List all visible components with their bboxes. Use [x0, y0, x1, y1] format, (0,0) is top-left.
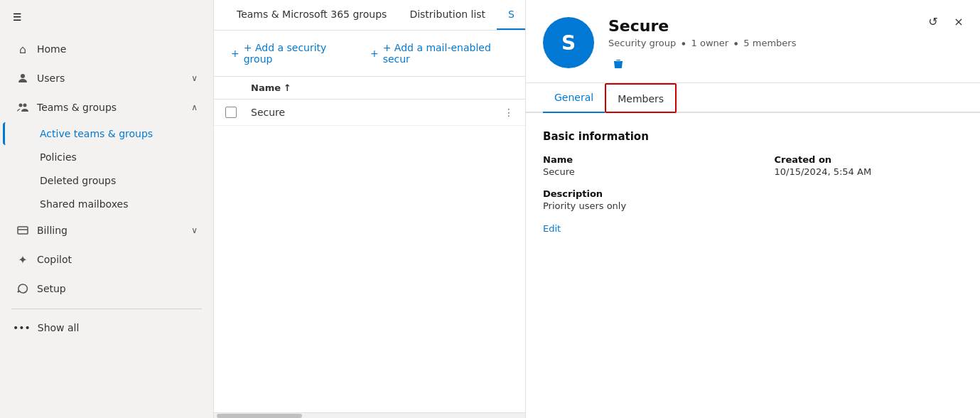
sidebar-item-teams-groups[interactable]: Teams & groups ∧	[3, 93, 210, 122]
dot-separator-2: ●	[734, 41, 738, 45]
delete-button[interactable]	[608, 54, 628, 74]
row-more-options[interactable]: ⋮	[504, 107, 514, 118]
sidebar-subitem-label-policies: Policies	[40, 151, 77, 163]
sidebar-item-home[interactable]: ⌂ Home	[3, 35, 210, 63]
add-security-label: + Add a security group	[244, 42, 348, 65]
detail-panel: ↺ × S Secure Security group ● 1 owner ● …	[525, 0, 980, 418]
detail-subtitle: Security group ● 1 owner ● 5 members	[608, 38, 963, 48]
created-on-value: 10/15/2024, 5:54 AM	[775, 166, 964, 177]
sidebar-subitem-label-active-teams: Active teams & groups	[40, 128, 153, 139]
row-name-secure: Secure	[251, 107, 504, 118]
refresh-icon: ↺	[928, 15, 937, 28]
svg-rect-3	[18, 227, 28, 234]
table-header: Name ↑	[214, 77, 525, 100]
add-mail-label: + Add a mail-enabled secur	[383, 42, 508, 65]
sidebar-item-label-home: Home	[37, 43, 198, 55]
table-area: Secure ⋮	[214, 100, 525, 412]
detail-right-col: Created on 10/15/2024, 5:54 AM	[775, 154, 964, 234]
section-title: Basic information	[543, 130, 963, 143]
edit-link[interactable]: Edit	[543, 223, 561, 234]
user-icon	[16, 71, 30, 85]
sidebar-item-label-setup: Setup	[37, 283, 198, 294]
hamburger-icon: ☰	[13, 11, 22, 23]
sidebar-show-all[interactable]: ••• Show all	[0, 315, 213, 341]
tab-distribution-list[interactable]: Distribution list	[398, 0, 497, 30]
sidebar-subitem-label-shared-mailboxes: Shared mailboxes	[40, 198, 129, 210]
panel-controls: ↺ ×	[923, 11, 969, 31]
dot-separator-1: ●	[682, 41, 685, 45]
teams-icon	[16, 100, 30, 114]
setup-icon	[16, 282, 30, 296]
detail-header: S Secure Security group ● 1 owner ● 5 me…	[526, 0, 980, 83]
table-row[interactable]: Secure ⋮	[214, 100, 525, 126]
created-on-label: Created on	[775, 154, 964, 165]
billing-chevron-icon: ∨	[191, 225, 198, 235]
chevron-up-icon: ∧	[191, 102, 198, 112]
description-field-label: Description	[543, 188, 732, 199]
detail-info: Secure Security group ● 1 owner ● 5 memb…	[608, 17, 963, 74]
show-all-dots-icon: •••	[13, 322, 31, 333]
description-field-value: Priority users only	[543, 200, 732, 211]
row-checkbox[interactable]	[225, 107, 237, 118]
add-mail-icon: +	[370, 48, 379, 59]
sidebar-item-label-copilot: Copilot	[37, 254, 198, 265]
detail-left-col: Name Secure Description Priority users o…	[543, 154, 732, 234]
subtitle-type: Security group	[608, 38, 676, 48]
billing-icon	[16, 223, 30, 237]
tab-bar: Teams & Microsoft 365 groups Distributio…	[214, 0, 525, 31]
detail-columns: Name Secure Description Priority users o…	[543, 154, 963, 234]
col-name-label: Name	[251, 82, 281, 93]
horizontal-scrollbar[interactable]	[214, 412, 525, 418]
sidebar-subitem-shared-mailboxes[interactable]: Shared mailboxes	[3, 193, 210, 215]
sidebar: ☰ ⌂ Home Users ∨ Teams & groups ∧ Active…	[0, 0, 214, 418]
close-button[interactable]: ×	[949, 11, 969, 31]
detail-actions	[608, 54, 963, 74]
svg-point-1	[19, 104, 23, 107]
detail-body: Basic information Name Secure Descriptio…	[526, 113, 980, 418]
sidebar-divider	[11, 309, 202, 309]
row-checkbox-col	[225, 107, 251, 118]
sidebar-item-users[interactable]: Users ∨	[3, 64, 210, 92]
hamburger-menu[interactable]: ☰	[0, 0, 213, 34]
sidebar-item-label-users: Users	[37, 73, 184, 84]
tab-security[interactable]: S	[497, 0, 525, 30]
sidebar-item-label-billing: Billing	[37, 225, 184, 236]
sidebar-nav: ⌂ Home Users ∨ Teams & groups ∧ Active t…	[0, 34, 213, 418]
sidebar-item-setup[interactable]: Setup	[3, 274, 210, 303]
svg-rect-5	[614, 61, 623, 63]
avatar: S	[543, 17, 594, 68]
sidebar-subitem-label-deleted-groups: Deleted groups	[40, 175, 116, 186]
scroll-thumb[interactable]	[217, 414, 302, 418]
sidebar-subitem-policies[interactable]: Policies	[3, 146, 210, 168]
svg-point-2	[23, 104, 27, 107]
sidebar-item-copilot[interactable]: ✦ Copilot	[3, 245, 210, 274]
home-icon: ⌂	[16, 42, 30, 56]
svg-point-0	[21, 74, 25, 78]
sidebar-subitem-deleted-groups[interactable]: Deleted groups	[3, 169, 210, 192]
col-name-header[interactable]: Name ↑	[251, 82, 291, 93]
add-security-group-button[interactable]: + + Add a security group	[225, 39, 353, 68]
add-security-icon: +	[231, 48, 239, 59]
sidebar-subitem-active-teams[interactable]: Active teams & groups	[3, 122, 210, 145]
member-count: 5 members	[743, 38, 796, 48]
tab-general[interactable]: General	[543, 83, 605, 113]
detail-title: Secure	[608, 17, 963, 35]
sidebar-item-billing[interactable]: Billing ∨	[3, 216, 210, 245]
chevron-down-icon: ∨	[191, 73, 198, 83]
owner-count: 1 owner	[691, 38, 729, 48]
add-mail-enabled-button[interactable]: + + Add a mail-enabled secur	[365, 39, 514, 68]
name-field-label: Name	[543, 154, 732, 165]
tab-teams-m365[interactable]: Teams & Microsoft 365 groups	[225, 0, 398, 30]
show-all-label: Show all	[38, 322, 80, 333]
detail-tabs: General Members	[526, 83, 980, 113]
sort-asc-icon: ↑	[284, 82, 291, 93]
sidebar-item-label-teams: Teams & groups	[37, 102, 184, 113]
close-icon: ×	[954, 15, 963, 28]
copilot-icon: ✦	[16, 252, 30, 267]
main-content: Teams & Microsoft 365 groups Distributio…	[214, 0, 525, 418]
toolbar: + + Add a security group + + Add a mail-…	[214, 31, 525, 77]
refresh-button[interactable]: ↺	[923, 11, 943, 31]
tab-members[interactable]: Members	[605, 83, 677, 113]
name-field-value: Secure	[543, 166, 732, 177]
